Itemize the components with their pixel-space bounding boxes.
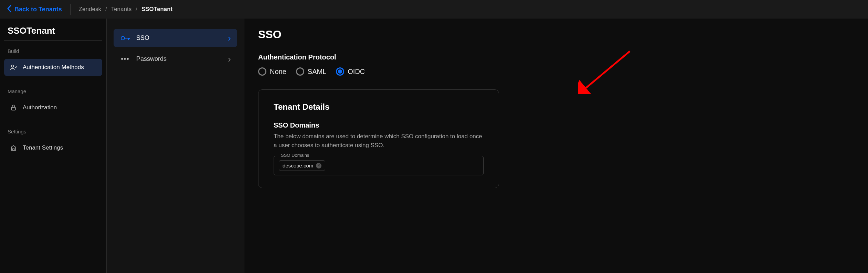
sidebar-item-tenant-settings[interactable]: Tenant Settings	[4, 139, 102, 156]
sidebar-item-auth-methods[interactable]: Authentication Methods	[4, 59, 102, 76]
sso-domains-title: SSO Domains	[274, 121, 484, 129]
content: SSO Authentication Protocol None SAML OI…	[244, 19, 868, 273]
submenu-item-passwords[interactable]: ••• Passwords ›	[114, 50, 237, 68]
breadcrumb: Zendesk / Tenants / SSOTenant	[79, 6, 173, 13]
radio-option-oidc[interactable]: OIDC	[336, 67, 365, 76]
sso-domains-input[interactable]: SSO Domains descope.com ✕	[274, 156, 484, 175]
sidebar-section-settings: Settings	[4, 129, 102, 139]
main-layout: SSOTenant Build Authentication Methods M…	[0, 19, 868, 273]
submenu-item-sso[interactable]: SSO ›	[114, 29, 237, 47]
tenant-details-title: Tenant Details	[274, 102, 484, 112]
chip-label: descope.com	[283, 163, 313, 168]
tenant-details-card: Tenant Details SSO Domains The below dom…	[258, 89, 499, 188]
back-label: Back to Tenants	[14, 6, 62, 13]
chevron-right-icon: ›	[228, 34, 231, 43]
breadcrumb-item[interactable]: Tenants	[111, 6, 132, 13]
sidebar: SSOTenant Build Authentication Methods M…	[0, 19, 107, 273]
password-icon: •••	[120, 55, 130, 63]
chip-close-icon[interactable]: ✕	[316, 163, 321, 168]
sidebar-section-build: Build	[4, 48, 102, 59]
radio-label: OIDC	[348, 68, 365, 76]
breadcrumb-item[interactable]: Zendesk	[79, 6, 101, 13]
sidebar-item-label: Authorization	[23, 104, 57, 111]
breadcrumb-current: SSOTenant	[141, 6, 172, 13]
auth-protocol-radio-group: None SAML OIDC	[258, 67, 854, 76]
domain-chip: descope.com ✕	[279, 160, 325, 171]
sidebar-title: SSOTenant	[4, 25, 102, 41]
lock-icon	[10, 104, 17, 111]
svg-rect-1	[11, 107, 15, 110]
chevron-right-icon: ›	[228, 55, 231, 64]
auth-protocol-label: Authentication Protocol	[258, 53, 854, 61]
svg-point-0	[11, 65, 13, 67]
key-icon	[120, 35, 130, 41]
header-divider	[70, 4, 71, 15]
submenu-item-label: SSO	[136, 34, 149, 42]
breadcrumb-separator: /	[136, 6, 137, 13]
header: Back to Tenants Zendesk / Tenants / SSOT…	[0, 0, 868, 19]
sidebar-item-label: Authentication Methods	[23, 64, 84, 71]
radio-label: SAML	[308, 68, 326, 76]
svg-point-2	[121, 36, 125, 40]
sso-domains-description: The below domains are used to determine …	[274, 132, 484, 150]
chevron-left-icon	[7, 5, 12, 14]
radio-icon	[336, 67, 344, 76]
building-icon	[10, 144, 17, 152]
submenu: SSO › ••• Passwords ›	[107, 19, 244, 273]
radio-option-saml[interactable]: SAML	[296, 67, 326, 76]
sidebar-item-label: Tenant Settings	[23, 144, 63, 151]
breadcrumb-separator: /	[105, 6, 107, 13]
radio-icon	[258, 67, 266, 76]
radio-option-none[interactable]: None	[258, 67, 286, 76]
input-legend: SSO Domains	[279, 153, 311, 158]
radio-label: None	[270, 68, 286, 76]
page-title: SSO	[258, 28, 854, 41]
sidebar-section-manage: Manage	[4, 88, 102, 99]
submenu-item-label: Passwords	[136, 55, 167, 63]
back-to-tenants-link[interactable]: Back to Tenants	[7, 5, 62, 14]
sidebar-item-authorization[interactable]: Authorization	[4, 99, 102, 116]
user-auth-icon	[10, 64, 17, 71]
radio-icon	[296, 67, 304, 76]
